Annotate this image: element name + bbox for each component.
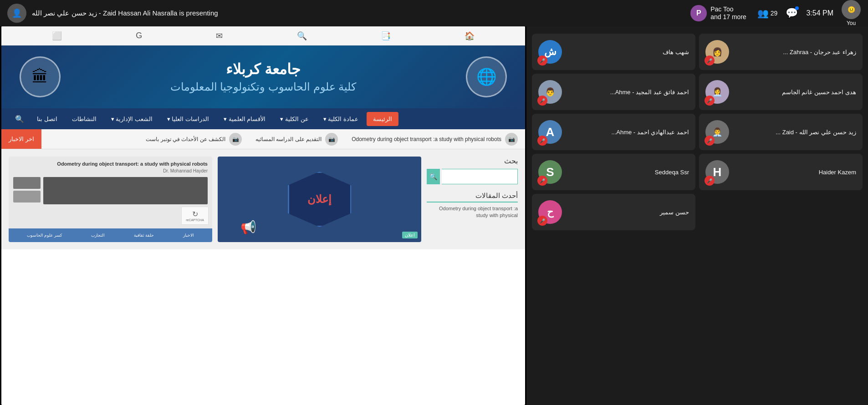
participant-name-4: هدى احمد حسين غانم الجاسم [734, 89, 856, 96]
vbb-item-2: حلقة ثقافية [134, 233, 154, 238]
presenter-info: 👤 زيد حسن علي نصر الله - Zaid Hassan Ali… [7, 4, 218, 23]
site-title-center: جامعة كربلاء كلية علوم الحاسوب وتكنولوجي… [70, 61, 457, 93]
participant-name-9: حسن سمير [567, 209, 689, 216]
search-box: 🔍 [427, 169, 518, 184]
site-nav: الرئيسة عمادة الكلية ▾ عن الكلية ▾ الأقس… [1, 108, 525, 129]
participant-tile-1: ش شهب هاف 🎤 [532, 34, 695, 70]
participant-count: 29 [771, 10, 778, 17]
nav-admin[interactable]: الشعب الإدارية ▾ [105, 112, 159, 126]
participant-name-2: زهراء عبد حرجان - Zahraa ... [734, 49, 856, 56]
top-bar-right: P Pac Tooand 17 more 👥 29 💬 3:54 PM 😐 Yo… [690, 0, 861, 26]
recaptcha-label: reCAPTCHA [186, 218, 204, 222]
video-title: Odometry during object transport: a stud… [13, 161, 208, 167]
news-item-2: 📷 التقديم على الدراسه المسائيه [255, 133, 338, 146]
participant-tile-3: 👨 احمد فائق عبد المجيد - Ahme... 🎤 [532, 74, 695, 110]
mute-icon-7: 🎤 [537, 176, 547, 186]
news-item-3: 📷 الكشف عن الأحداث في توتبر باست [146, 133, 242, 146]
news-text-1: Odometry during object transport :a stud… [352, 136, 501, 142]
news-text-2: التقديم على الدراسه المسائيه [255, 136, 322, 142]
hexagon-shape: إعلان [288, 172, 352, 227]
nav-departments[interactable]: الأقسام العلمية ▾ [217, 112, 272, 126]
browser-bookmark-icon[interactable]: 📑 [381, 31, 391, 41]
search-sidebar: بحث 🔍 أحدث المقالات Odometry during obje… [427, 157, 518, 242]
browser-toolbar: ⬜ G ✉ 🔍 📑 🏠 [1, 26, 525, 46]
participant-tile-8: H Haider Kazem 🎤 [699, 154, 863, 190]
vid-thumb-2 [13, 177, 41, 189]
nav-contact[interactable]: اتصل بنا [31, 112, 64, 126]
vbb-item-1: الاخبار [183, 233, 194, 238]
mute-icon-8: 🎤 [705, 176, 715, 186]
nav-about[interactable]: عن الكلية ▾ [274, 112, 315, 126]
nav-activities[interactable]: النشاطات [66, 112, 103, 126]
participant-name-6: زيد حسن علي نصر الله - Zaid ... [734, 129, 856, 136]
recent-label: أحدث المقالات [427, 192, 518, 202]
presenter-name: زيد حسن علي نصر الله - Zaid Hassan Ali N… [32, 9, 218, 17]
participant-tile-2: 👩 زهراء عبد حرجان - Zahraa ... 🎤 [699, 34, 863, 70]
mute-icon-4: 🎤 [705, 96, 715, 106]
browser-search-icon[interactable]: 🔍 [297, 31, 307, 41]
participant-tile-9: ح حسن سمير 🎤 [532, 194, 695, 230]
video-content: Odometry during object transport: a stud… [9, 157, 212, 228]
news-text-3: الكشف عن الأحداث في توتبر باست [146, 136, 225, 142]
vid-thumb-3 [13, 191, 41, 202]
search-submit-button[interactable]: 🔍 [427, 169, 440, 184]
nav-home[interactable]: الرئيسة [367, 112, 398, 126]
pac-label: Pac Tooand 17 more [710, 5, 746, 21]
news-thumb-2: 📷 [325, 133, 338, 146]
browser-back-icon[interactable]: ⬜ [52, 31, 62, 41]
vid-thumbs-right [13, 177, 41, 202]
nav-grad[interactable]: الدراسات العليا ▾ [161, 112, 215, 126]
presentation-area: ⬜ G ✉ 🔍 📑 🏠 🏛 جامعة كربلاء كلية علوم الح… [0, 26, 526, 405]
browser-google-icon[interactable]: G [136, 31, 142, 40]
pac-avatar: P [690, 5, 707, 21]
site-logo-right: 🌐 [466, 56, 507, 97]
presenter-avatar: 👤 [7, 4, 26, 23]
website-preview: ⬜ G ✉ 🔍 📑 🏠 🏛 جامعة كربلاء كلية علوم الح… [1, 26, 525, 405]
mute-icon-3: 🎤 [537, 96, 547, 106]
participant-name-8: Haider Kazem [734, 169, 856, 176]
chat-notification-dot [795, 6, 799, 10]
participant-tile-5: A احمد عبدالهادي احمد - Ahme... 🎤 [532, 114, 695, 150]
participant-name-1: شهب هاف [567, 49, 689, 56]
megaphone-icon: 📢 [240, 220, 256, 235]
news-button[interactable]: اخر الاخبار [1, 129, 41, 149]
site-content: بحث 🔍 أحدث المقالات Odometry during obje… [1, 149, 525, 249]
participants-button[interactable]: 👥 29 [757, 8, 778, 19]
participant-name-7: Seddeqa Ssr [567, 169, 689, 176]
university-name: جامعة كربلاء [70, 61, 457, 78]
browser-mail-icon[interactable]: ✉ [216, 31, 223, 41]
news-items: 📷 Odometry during object transport :a st… [41, 133, 525, 146]
browser-home-icon[interactable]: 🏠 [465, 31, 475, 41]
search-input[interactable] [442, 169, 518, 184]
participant-tile-7: S Seddeqa Ssr 🎤 [532, 154, 695, 190]
news-item-1: 📷 Odometry during object transport :a st… [352, 133, 518, 146]
chat-button[interactable]: 💬 [786, 7, 798, 19]
recent-item-1: Odometry during object transport :a stud… [427, 205, 518, 219]
news-ticker: اخر الاخبار 📷 Odometry during object tra… [1, 129, 525, 149]
bottom-row: ح حسن سمير 🎤 [532, 194, 863, 230]
site-logo-left: 🏛 [20, 56, 61, 97]
you-label: You [847, 20, 856, 26]
news-thumb-1: 📷 [505, 133, 518, 146]
main-area: ⬜ G ✉ 🔍 📑 🏠 🏛 جامعة كربلاء كلية علوم الح… [0, 26, 868, 405]
empty-tile [699, 194, 863, 230]
announce-badge: اعلان [402, 232, 418, 238]
announcement-text: إعلان [307, 193, 332, 206]
vid-thumb-1 [43, 177, 208, 204]
video-grid [13, 177, 208, 204]
site-header: 🏛 جامعة كربلاء كلية علوم الحاسوب وتكنولو… [1, 46, 525, 108]
vbb-item-4: كسر علوم الحاسوب [27, 233, 62, 238]
video-preview: Odometry during object transport: a stud… [9, 157, 212, 242]
vbb-item-3: التجارب [91, 233, 105, 238]
participants-grid: ش شهب هاف 🎤 👩 زهراء عبد حرجان - Zahraa .… [532, 34, 863, 190]
top-bar: 👤 زيد حسن علي نصر الله - Zaid Hassan Ali… [0, 0, 868, 26]
video-bottom-bar: الاخبار حلقة ثقافية التجارب كسر علوم الح… [9, 228, 212, 242]
mute-icon-6: 🎤 [705, 136, 715, 146]
nav-deanship[interactable]: عمادة الكلية ▾ [317, 112, 365, 126]
nav-search-icon[interactable]: 🔍 [10, 112, 29, 126]
video-author: Dr. Mohannad Hayder [13, 168, 208, 173]
top-controls: 👥 29 💬 3:54 PM 😐 You [757, 0, 861, 26]
recaptcha-icon: ↻ [192, 210, 198, 218]
time-display: 3:54 PM [806, 9, 833, 17]
news-thumb-3: 📷 [229, 133, 242, 146]
